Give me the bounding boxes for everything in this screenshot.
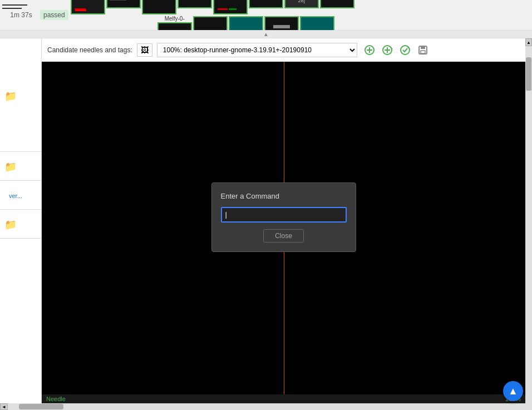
thumb-row-1: IHRdj-0- Hu4z5-0- — [71, 0, 354, 16]
thumbnail-coord[interactable]: [158.945728] — [284, 0, 319, 8]
add-needle-icon-1 — [364, 45, 375, 56]
bottom-scrollbar[interactable]: ◄ — [0, 403, 532, 410]
thumbnail-image[interactable] — [71, 0, 105, 14]
thumbnail-image[interactable] — [300, 16, 334, 31]
scroll-up[interactable]: ▲ — [0, 31, 532, 38]
list-item[interactable] — [229, 16, 263, 31]
image-area: Enter a Command Close Needle 100% — [42, 62, 525, 403]
add-needle-button-1[interactable] — [362, 42, 377, 58]
label-bar: Needle 100% — [42, 394, 525, 403]
list-item[interactable] — [249, 0, 283, 8]
list-item[interactable]: IHRdj-0- — [71, 0, 105, 14]
save-icon — [417, 45, 428, 56]
toolbar-label: Candidate needles and tags: — [47, 46, 132, 54]
add-needle-button-3[interactable] — [397, 42, 413, 58]
list-item[interactable] — [193, 16, 228, 31]
thumbnail-image[interactable] — [142, 0, 176, 14]
time-badge: 1m 37s — [4, 11, 38, 19]
thumbnail-image[interactable] — [193, 16, 228, 31]
main-panel: Candidate needles and tags: 🖼 100%: desk… — [42, 38, 525, 403]
content-area: 📁 📁 ver... 📁 Candidate needles and tags:… — [0, 38, 532, 403]
sidebar-link[interactable]: ver... — [4, 190, 27, 201]
right-scrollbar[interactable]: ▲ — [525, 38, 532, 403]
fab-icon: ▲ — [508, 386, 518, 397]
thumbnail-image[interactable] — [320, 0, 354, 8]
svg-point-7 — [401, 46, 410, 55]
list-item[interactable] — [300, 16, 334, 31]
fab-button[interactable]: ▲ — [503, 381, 523, 401]
list-item[interactable]: [158.945728] — [284, 0, 319, 8]
main-container: 1m 37s passed IHRdj-0- — [0, 0, 532, 410]
list-item[interactable] — [106, 0, 141, 8]
list-item[interactable] — [320, 0, 354, 8]
toolbar: Candidate needles and tags: 🖼 100%: desk… — [42, 38, 525, 62]
thumbnail-image[interactable] — [178, 0, 212, 8]
thumbnail-rows: IHRdj-0- Hu4z5-0- — [71, 0, 354, 31]
save-button[interactable] — [415, 42, 431, 58]
svg-rect-11 — [421, 51, 425, 53]
folder-icon: 📁 — [4, 90, 17, 102]
sidebar-item-folder3[interactable]: 📁 — [0, 211, 41, 239]
sidebar-item-folder1[interactable]: 📁 — [0, 41, 41, 152]
sidebar: 📁 📁 ver... 📁 — [0, 38, 42, 403]
list-item[interactable] — [178, 0, 212, 8]
folder-icon: 📁 — [4, 219, 17, 231]
scroll-up-icon: ▲ — [263, 31, 269, 37]
thumbnail-image[interactable] — [106, 0, 141, 8]
thumbnail-image[interactable] — [213, 0, 248, 14]
thumbnail-image[interactable] — [157, 22, 192, 31]
scrollbar-left-button[interactable]: ◄ — [0, 403, 8, 410]
scrollbar-thumb[interactable] — [526, 57, 531, 91]
list-item[interactable]: h_HoJ-0- — [213, 0, 248, 14]
folder-icon: 📁 — [4, 161, 17, 173]
thumb-row-2: Melfy-0- — [157, 16, 334, 31]
thumbnail-image[interactable] — [264, 16, 299, 31]
add-needle-icon-3 — [400, 45, 411, 56]
bottom-scrollbar-thumb[interactable] — [19, 404, 63, 409]
image-canvas: Enter a Command Close — [42, 62, 525, 394]
toolbar-actions — [362, 42, 431, 58]
add-needle-button-2[interactable] — [380, 42, 395, 58]
thumbnail-image[interactable] — [229, 16, 263, 31]
image-view-button[interactable]: 🖼 — [137, 43, 152, 57]
list-item[interactable]: Melfy-0- — [157, 16, 192, 31]
dialog-title: Enter a Command — [221, 192, 347, 200]
thumbnail-image[interactable] — [249, 0, 283, 8]
command-dialog: Enter a Command Close — [211, 182, 356, 252]
thumbnail-strip: 1m 37s passed IHRdj-0- — [0, 0, 532, 31]
status-badge: passed — [40, 10, 68, 20]
needle-label: Needle — [46, 396, 66, 402]
needle-select[interactable]: 100%: desktop-runner-gnome-3.19.91+-2019… — [157, 43, 357, 57]
scrollbar-up-button[interactable]: ▲ — [525, 38, 532, 46]
dialog-close-button[interactable]: Close — [263, 229, 304, 243]
add-needle-icon-2 — [382, 45, 393, 56]
list-item[interactable]: Hu4z5-0- — [142, 0, 176, 14]
svg-rect-10 — [421, 46, 425, 49]
sidebar-item-folder2[interactable]: 📁 — [0, 153, 41, 181]
list-item[interactable] — [264, 16, 299, 31]
sidebar-link-row[interactable]: ver... — [0, 182, 41, 210]
command-input[interactable] — [221, 207, 347, 223]
